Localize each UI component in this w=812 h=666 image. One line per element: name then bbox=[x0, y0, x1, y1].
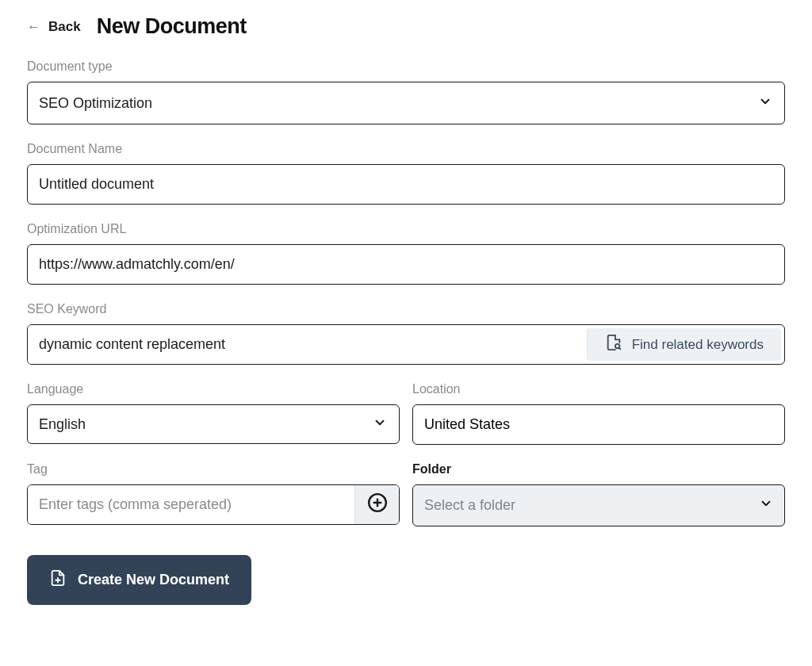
document-type-label: Document type bbox=[27, 59, 785, 74]
file-search-icon bbox=[605, 334, 622, 355]
tag-label: Tag bbox=[27, 462, 400, 477]
find-related-keywords-button[interactable]: Find related keywords bbox=[587, 328, 781, 361]
back-label: Back bbox=[48, 19, 81, 35]
find-related-keywords-label: Find related keywords bbox=[632, 337, 764, 353]
folder-label: Folder bbox=[412, 462, 785, 477]
document-type-group: Document type SEO Optimization bbox=[27, 59, 785, 124]
optimization-url-input[interactable] bbox=[27, 244, 785, 285]
seo-keyword-label: SEO Keyword bbox=[27, 302, 785, 316]
chevron-down-icon bbox=[759, 496, 773, 515]
location-group: Location bbox=[412, 382, 785, 445]
document-type-select[interactable]: SEO Optimization bbox=[27, 82, 785, 124]
language-select-wrap: English bbox=[27, 404, 400, 444]
page-title: New Document bbox=[97, 14, 247, 39]
optimization-url-label: Optimization URL bbox=[27, 222, 785, 236]
plus-circle-icon bbox=[367, 492, 388, 517]
document-name-label: Document Name bbox=[27, 142, 785, 156]
folder-group: Folder Select a folder bbox=[412, 462, 785, 526]
location-label: Location bbox=[412, 382, 785, 396]
language-location-row: Language English Location bbox=[27, 382, 785, 462]
seo-keyword-input-wrap: Find related keywords bbox=[27, 324, 785, 365]
document-type-select-wrap: SEO Optimization bbox=[27, 82, 785, 124]
create-new-document-label: Create New Document bbox=[78, 572, 229, 588]
folder-select[interactable]: Select a folder bbox=[412, 484, 785, 526]
language-select[interactable]: English bbox=[27, 404, 400, 444]
tag-input[interactable] bbox=[28, 485, 354, 524]
language-label: Language bbox=[27, 382, 400, 396]
back-button[interactable]: ← Back bbox=[27, 19, 81, 35]
header-row: ← Back New Document bbox=[27, 14, 785, 39]
location-input[interactable] bbox=[412, 404, 785, 445]
add-tag-button[interactable] bbox=[354, 485, 399, 524]
seo-keyword-group: SEO Keyword Find related keywords bbox=[27, 302, 785, 365]
optimization-url-group: Optimization URL bbox=[27, 222, 785, 285]
new-document-form: Document type SEO Optimization Document … bbox=[27, 59, 785, 605]
seo-keyword-input[interactable] bbox=[28, 325, 587, 364]
document-name-input[interactable] bbox=[27, 164, 785, 205]
file-plus-icon bbox=[49, 569, 67, 591]
create-new-document-button[interactable]: Create New Document bbox=[27, 555, 251, 605]
tag-group: Tag bbox=[27, 462, 400, 526]
tag-folder-row: Tag Folder Select a folder bbox=[27, 462, 785, 544]
document-name-group: Document Name bbox=[27, 142, 785, 205]
tag-input-wrap bbox=[27, 484, 400, 525]
folder-placeholder: Select a folder bbox=[424, 497, 515, 514]
language-group: Language English bbox=[27, 382, 400, 445]
arrow-left-icon: ← bbox=[27, 20, 40, 33]
svg-line-1 bbox=[619, 348, 620, 350]
